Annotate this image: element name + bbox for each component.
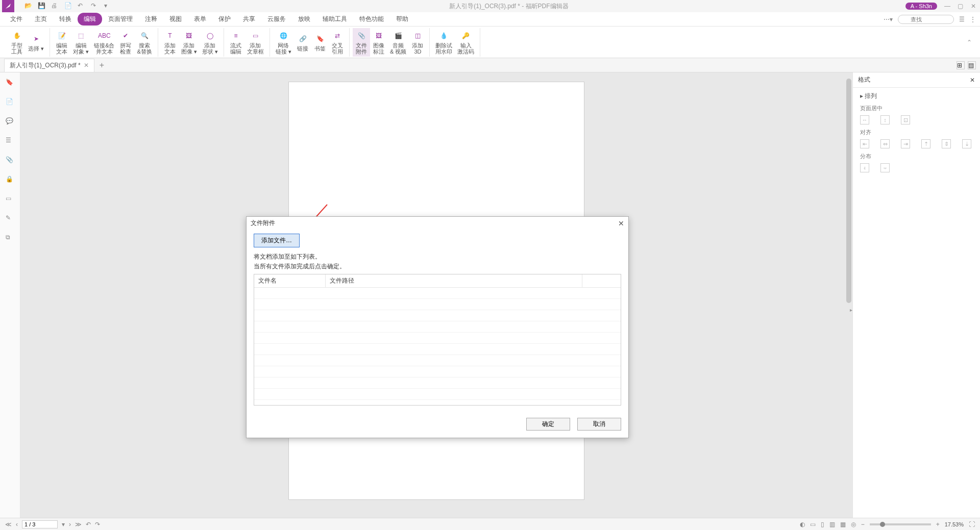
add-file-button[interactable]: 添加文件… <box>254 234 300 247</box>
view-grid-icon[interactable]: ⊞ <box>957 61 965 69</box>
help-icon[interactable]: ☰ <box>959 16 965 23</box>
maximize-icon[interactable]: ▢ <box>958 3 965 10</box>
tool-编辑文本[interactable]: 📝编辑文本 <box>53 28 70 57</box>
canvas[interactable]: 使用编辑器可以帮助您在日常工作生活中，快速解决PDF文档方面的 问题，高效工作方… <box>20 72 852 518</box>
color-mode-icon[interactable]: ◐ <box>800 521 805 528</box>
minimize-icon[interactable]: — <box>944 3 951 10</box>
menu-转换[interactable]: 转换 <box>53 13 78 26</box>
tool-交叉引用[interactable]: ⇄交叉引用 <box>329 28 346 57</box>
tool-链接[interactable]: 🔗链接 <box>294 28 311 57</box>
distribute-v-icon[interactable]: ⫟ <box>880 163 890 172</box>
menu-帮助[interactable]: 帮助 <box>390 13 414 26</box>
dialog-close-icon[interactable]: ✕ <box>618 219 624 228</box>
tool-输入激活码[interactable]: 🔑输入激活码 <box>455 28 477 57</box>
pages-icon[interactable]: 📄 <box>6 98 15 107</box>
col-filename[interactable]: 文件名 <box>254 274 326 287</box>
layers-icon[interactable]: ☰ <box>6 137 15 146</box>
zoom-slider[interactable] <box>870 523 931 525</box>
align-bottom-icon[interactable]: ⇣ <box>962 139 971 148</box>
tool-手型工具[interactable]: ✋手型工具 <box>8 28 26 57</box>
form-icon[interactable]: ▭ <box>6 195 15 204</box>
view-mode-1-icon[interactable]: ▭ <box>810 521 816 528</box>
more-rail-icon[interactable]: ⧉ <box>6 234 15 243</box>
document-tab[interactable]: 新人引导(1)_OCR(3).pdf * ✕ <box>4 59 94 72</box>
tool-编辑对象[interactable]: ⬚编辑对象 ▾ <box>70 28 91 57</box>
align-middle-icon[interactable]: ⇕ <box>942 139 951 148</box>
ok-button[interactable]: 确定 <box>526 418 570 431</box>
fullscreen-icon[interactable]: ⛶ <box>969 521 975 528</box>
menu-编辑[interactable]: 编辑 <box>78 13 102 26</box>
tool-流式编辑[interactable]: ≡流式编辑 <box>227 28 244 57</box>
align-center-icon[interactable]: ⇔ <box>880 139 890 148</box>
tool-添加3D[interactable]: ◫添加3D <box>409 28 426 57</box>
distribute-h-icon[interactable]: ⫞ <box>860 163 869 172</box>
user-badge[interactable]: A - Sh3n <box>905 3 937 10</box>
tool-搜索&替换[interactable]: 🔍搜索&替换 <box>134 28 154 57</box>
signature-icon[interactable]: ✎ <box>6 214 15 223</box>
security-icon[interactable]: 🔒 <box>6 175 15 185</box>
tool-网络链接[interactable]: 🌐网络链接 ▾ <box>273 28 294 57</box>
comment-icon[interactable]: 💬 <box>6 117 15 127</box>
menu-文件[interactable]: 文件 <box>4 13 29 26</box>
nav-back-icon[interactable]: ↶ <box>86 521 91 528</box>
add-tab-button[interactable]: + <box>100 61 104 70</box>
search-input[interactable] <box>898 15 954 24</box>
tool-添加文章框[interactable]: ▭添加文章框 <box>244 28 266 57</box>
menu-more-icon[interactable]: ⋯▾ <box>884 16 893 23</box>
view-mode-5-icon[interactable]: ◎ <box>851 521 856 528</box>
panel-tab-label[interactable]: 格式 <box>858 75 870 84</box>
ribbon-collapse-icon[interactable]: ⌃ <box>964 39 975 46</box>
menu-视图[interactable]: 视图 <box>163 13 188 26</box>
center-both-icon[interactable]: ⊡ <box>901 115 910 124</box>
nav-fwd-icon[interactable]: ↷ <box>95 521 100 528</box>
menu-表单[interactable]: 表单 <box>188 13 212 26</box>
tool-选择[interactable]: ➤选择 ▾ <box>26 28 46 57</box>
view-mode-2-icon[interactable]: ▯ <box>821 521 824 528</box>
menu-保护[interactable]: 保护 <box>212 13 237 26</box>
tool-书签[interactable]: 🔖书签 <box>311 28 329 57</box>
tool-文件附件[interactable]: 📎文件附件 <box>353 28 370 57</box>
view-mode-3-icon[interactable]: ▥ <box>829 521 835 528</box>
save-icon[interactable]: 💾 <box>38 2 46 10</box>
redo-icon[interactable]: ↷ <box>91 2 99 10</box>
view-single-icon[interactable]: ▤ <box>968 61 976 69</box>
qat-more-icon[interactable]: ▾ <box>104 2 112 10</box>
tool-添加图像[interactable]: 🖼添加图像 ▾ <box>179 28 200 57</box>
undo-icon[interactable]: ↶ <box>78 2 86 10</box>
cancel-button[interactable]: 取消 <box>577 418 621 431</box>
center-h-icon[interactable]: ↔ <box>860 115 869 124</box>
first-page-icon[interactable]: ≪ <box>5 521 12 528</box>
align-right-icon[interactable]: ⇥ <box>901 139 910 148</box>
menu-overflow-icon[interactable]: ⋮ <box>970 16 976 23</box>
page-dropdown-icon[interactable]: ▾ <box>62 521 65 528</box>
zoom-out-icon[interactable]: − <box>861 521 865 528</box>
close-icon[interactable]: ✕ <box>971 3 978 10</box>
col-filepath[interactable]: 文件路径 <box>326 274 582 287</box>
zoom-in-icon[interactable]: + <box>936 521 940 528</box>
tool-添加形状[interactable]: ◯添加形状 ▾ <box>200 28 220 57</box>
open-icon[interactable]: 📂 <box>24 2 33 10</box>
tool-图像标注[interactable]: 🖼图像标注 <box>370 28 387 57</box>
tool-音频& 视频[interactable]: 🎬音频& 视频 <box>387 28 409 57</box>
print-icon[interactable]: 🖨 <box>51 2 59 10</box>
menu-注释[interactable]: 注释 <box>139 13 163 26</box>
attachment-icon[interactable]: 📎 <box>6 156 15 165</box>
menu-共享[interactable]: 共享 <box>237 13 261 26</box>
new-icon[interactable]: 📄 <box>64 2 72 10</box>
panel-close-icon[interactable]: ✕ <box>970 77 975 84</box>
tool-删除试用水印[interactable]: 💧删除试用水印 <box>433 28 455 57</box>
menu-放映[interactable]: 放映 <box>292 13 316 26</box>
menu-云服务[interactable]: 云服务 <box>261 13 292 26</box>
menu-页面管理[interactable]: 页面管理 <box>102 13 139 26</box>
menu-主页[interactable]: 主页 <box>29 13 53 26</box>
center-v-icon[interactable]: ↕ <box>880 115 890 124</box>
tool-添加文本[interactable]: T添加文本 <box>161 28 179 57</box>
prev-page-icon[interactable]: ‹ <box>16 521 18 528</box>
bookmark-icon[interactable]: 🔖 <box>6 79 15 88</box>
page-number-input[interactable] <box>22 520 58 528</box>
menu-特色功能[interactable]: 特色功能 <box>353 13 390 26</box>
align-left-icon[interactable]: ⇤ <box>860 139 869 148</box>
file-table-body[interactable] <box>254 288 621 405</box>
last-page-icon[interactable]: ≫ <box>75 521 82 528</box>
menu-辅助工具[interactable]: 辅助工具 <box>316 13 353 26</box>
